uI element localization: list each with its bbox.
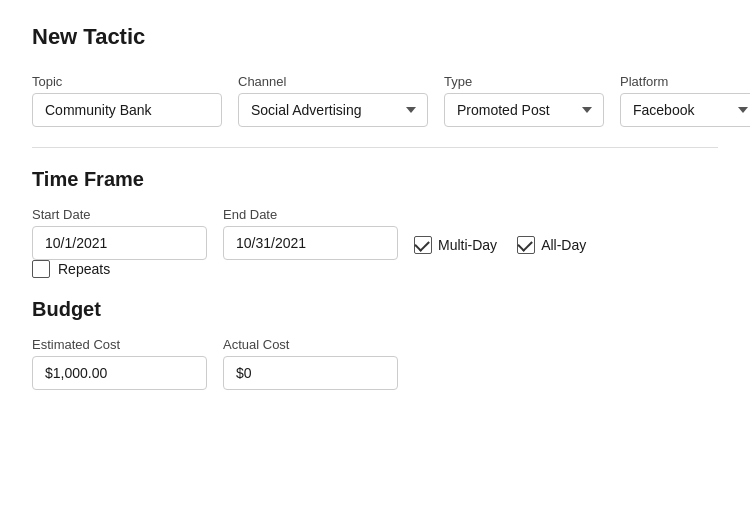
type-group: Type Promoted Post Banner Ad Video Ad — [444, 74, 604, 127]
platform-label: Platform — [620, 74, 750, 89]
estimated-cost-label: Estimated Cost — [32, 337, 207, 352]
start-date-label: Start Date — [32, 207, 207, 222]
date-row: Start Date End Date Multi-Day All-Day — [32, 207, 718, 260]
end-date-group: End Date — [223, 207, 398, 260]
platform-select[interactable]: Facebook Instagram Twitter LinkedIn — [620, 93, 750, 127]
repeats-checkbox[interactable] — [32, 260, 50, 278]
topic-label: Topic — [32, 74, 222, 89]
multi-day-label: Multi-Day — [438, 237, 497, 253]
all-day-checkbox-item: All-Day — [517, 236, 586, 254]
start-date-input[interactable] — [32, 226, 207, 260]
channel-group: Channel Social Advertising Email Print D… — [238, 74, 428, 127]
end-date-label: End Date — [223, 207, 398, 222]
topic-group: Topic — [32, 74, 222, 127]
start-date-group: Start Date — [32, 207, 207, 260]
timeframe-title: Time Frame — [32, 168, 718, 191]
platform-group: Platform Facebook Instagram Twitter Link… — [620, 74, 750, 127]
budget-fields-row: Estimated Cost Actual Cost — [32, 337, 718, 390]
all-day-checkbox[interactable] — [517, 236, 535, 254]
actual-cost-input[interactable] — [223, 356, 398, 390]
repeats-label: Repeats — [58, 261, 110, 277]
type-label: Type — [444, 74, 604, 89]
topic-input[interactable] — [32, 93, 222, 127]
budget-title: Budget — [32, 298, 718, 321]
tactic-fields-row: Topic Channel Social Advertising Email P… — [32, 74, 718, 127]
estimated-cost-input[interactable] — [32, 356, 207, 390]
section-divider — [32, 147, 718, 148]
page-title: New Tactic — [32, 24, 718, 50]
estimated-cost-group: Estimated Cost — [32, 337, 207, 390]
repeats-row: Repeats — [32, 260, 718, 278]
type-select[interactable]: Promoted Post Banner Ad Video Ad — [444, 93, 604, 127]
platform-select-wrapper: Facebook Instagram Twitter LinkedIn — [620, 93, 750, 127]
channel-label: Channel — [238, 74, 428, 89]
multi-day-checkbox[interactable] — [414, 236, 432, 254]
actual-cost-group: Actual Cost — [223, 337, 398, 390]
end-date-input[interactable] — [223, 226, 398, 260]
type-select-wrapper: Promoted Post Banner Ad Video Ad — [444, 93, 604, 127]
channel-select-wrapper: Social Advertising Email Print Digital — [238, 93, 428, 127]
actual-cost-label: Actual Cost — [223, 337, 398, 352]
all-day-label: All-Day — [541, 237, 586, 253]
channel-select[interactable]: Social Advertising Email Print Digital — [238, 93, 428, 127]
multi-day-checkbox-item: Multi-Day — [414, 236, 497, 254]
day-checkboxes: Multi-Day All-Day — [414, 236, 586, 254]
